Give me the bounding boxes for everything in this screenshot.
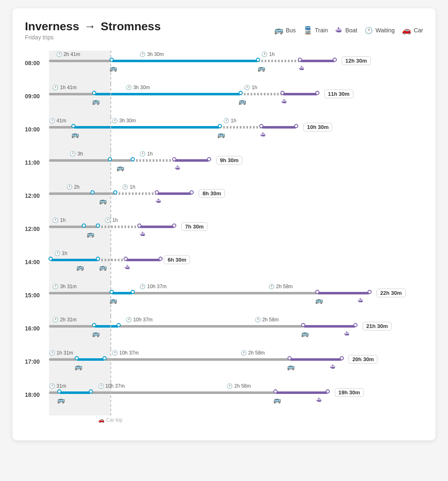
- route-dot: [172, 157, 176, 161]
- segment-bar: [49, 292, 112, 294]
- segment-bar: [174, 159, 209, 162]
- time-label: 17:00: [25, 349, 49, 365]
- segment-label: 🕐 3h 30m: [112, 118, 136, 124]
- route-dot: [353, 323, 358, 327]
- bus-marker-icon: 🚌: [273, 396, 281, 404]
- segment-label: 🕐 3h 30m: [126, 85, 150, 90]
- segment-bar: [105, 358, 289, 361]
- route-dot: [315, 91, 319, 95]
- time-label: 14:00: [25, 250, 49, 265]
- dashed-separator: [110, 250, 111, 283]
- route-dot: [256, 58, 260, 62]
- car-icon: 🚗: [402, 26, 411, 35]
- bar-container: 🕐 2h 41m🕐 3h 30m🕐 1h🚌🚌⛴12h 30m: [49, 51, 423, 84]
- total-duration-badge: 11h 30m: [324, 90, 353, 98]
- segment-bar: [303, 325, 355, 328]
- subtitle: Friday trips: [25, 34, 161, 41]
- segment-bar: [275, 391, 328, 394]
- segment-label: 🕐 2h 58m: [241, 350, 265, 356]
- segment-label: 🕐 2h 41m: [56, 51, 80, 57]
- dashed-separator: [110, 349, 111, 382]
- route-dot: [294, 124, 298, 128]
- trip-row: 17:00🕐 1h 31m🕐 10h 37m🕐 2h 58m🚌🚌⛴20h 30m: [25, 349, 423, 382]
- segment-bar: [133, 292, 317, 294]
- segment-bar: [241, 93, 282, 95]
- legend-bus: 🚌 Bus: [274, 26, 296, 35]
- bar-container: 🕐 1h🕐 1h🚌⛴7h 30m: [49, 216, 423, 250]
- bus-marker-icon: 🚌: [71, 131, 79, 138]
- route-dot: [218, 124, 222, 128]
- bar-container: 🕐 3h🕐 1h🚌⛴9h 30m: [49, 150, 423, 183]
- segment-label: 🕐 2h 58m: [255, 317, 279, 323]
- boat-marker-icon: ⛴: [344, 330, 350, 337]
- segment-label: 🕐 31m: [49, 383, 66, 389]
- route-dot: [102, 356, 107, 360]
- trip-row: 12:00🕐 1h🕐 1h🚌⛴7h 30m: [25, 216, 423, 250]
- segment-bar: [49, 93, 94, 95]
- bus-marker-icon: 🚌: [315, 297, 323, 304]
- route-title: Inverness → Stromness: [25, 20, 161, 33]
- time-label: 12:00: [25, 216, 49, 232]
- bus-marker-icon: 🚌: [87, 231, 95, 238]
- legend-waiting-label: Waiting: [375, 27, 394, 34]
- segment-bar: [51, 259, 97, 261]
- route-dot: [190, 190, 194, 194]
- boat-marker-icon: ⛴: [156, 197, 162, 204]
- segment-label: 🕐 3h 31m: [52, 284, 76, 289]
- route-dot: [89, 389, 93, 394]
- destination: Stromness: [101, 20, 161, 33]
- segment-label: 🕐 3h 30m: [139, 51, 163, 57]
- total-duration-badge: 10h 30m: [303, 123, 332, 131]
- bus-marker-icon: 🚌: [92, 98, 100, 105]
- header: Inverness → Stromness Friday trips 🚌 Bus…: [25, 20, 423, 41]
- bus-marker-icon: 🚌: [110, 297, 117, 304]
- segment-bar: [115, 192, 157, 195]
- total-duration-badge: 20h 30m: [348, 355, 377, 364]
- segment-label: 🕐 1h: [52, 217, 66, 223]
- arrow: →: [84, 20, 96, 33]
- route-dot: [57, 389, 61, 394]
- dashed-separator: [110, 84, 111, 117]
- segment-label: 🕐 2h: [66, 184, 80, 190]
- route-dot: [340, 356, 344, 360]
- bus-icon: 🚌: [274, 26, 283, 35]
- bus-marker-icon: 🚌: [287, 363, 295, 371]
- trip-row: 15:00🕐 3h 31m🕐 10h 37m🕐 2h 58m🚌🚌⛴22h 30m: [25, 283, 423, 316]
- segment-bar: [258, 60, 300, 62]
- dashed-separator: [110, 117, 111, 150]
- legend-car-label: Car: [414, 27, 423, 34]
- bus-marker-icon: 🚌: [75, 363, 83, 371]
- bus-marker-icon: 🚌: [258, 65, 265, 72]
- route-dot: [239, 91, 243, 95]
- route-dot: [71, 124, 75, 128]
- bar-container: 🕐 31m🕐 10h 37m🕐 2h 58m🚌🚌⛴19h 30m🚗Car tri…: [49, 382, 423, 415]
- bus-marker-icon: 🚌: [301, 330, 309, 338]
- trip-row: 12:00🕐 2h🕐 1h🚌⛴8h 30m: [25, 183, 423, 216]
- origin: Inverness: [25, 20, 79, 33]
- time-label: 18:00: [25, 382, 49, 398]
- segment-label: 🕐 2h 31m: [52, 317, 76, 323]
- segment-bar: [112, 60, 258, 62]
- segment-label: 🕐 1h 31m: [49, 350, 73, 356]
- time-label: 09:00: [25, 84, 49, 100]
- segment-label: 🕐 10h 37m: [112, 350, 139, 356]
- segment-label: 🕐 1h: [122, 184, 135, 190]
- segment-bar: [98, 259, 126, 261]
- bus-marker-icon: 🚌: [110, 65, 117, 72]
- bus-marker-icon: 🚌: [99, 197, 107, 205]
- route-dot: [124, 257, 128, 261]
- route-dot: [273, 389, 278, 394]
- legend-waiting: 🕐 Waiting: [365, 27, 394, 34]
- segment-bar: [49, 60, 112, 62]
- segment-label: 🕐 1h: [105, 217, 118, 223]
- total-duration-badge: 22h 30m: [377, 289, 406, 297]
- legend: 🚌 Bus 🚆 Train ⛴ Boat 🕐 Waiting 🚗 Car: [274, 26, 423, 35]
- segment-bar: [73, 126, 220, 129]
- route-dot: [287, 356, 292, 360]
- route-dot: [75, 356, 79, 360]
- segment-bar: [49, 358, 77, 361]
- legend-train-label: Train: [315, 27, 328, 34]
- bus-marker-icon: 🚌: [239, 98, 246, 105]
- segment-bar: [59, 391, 91, 394]
- segment-label: 🕐 1h: [54, 250, 68, 256]
